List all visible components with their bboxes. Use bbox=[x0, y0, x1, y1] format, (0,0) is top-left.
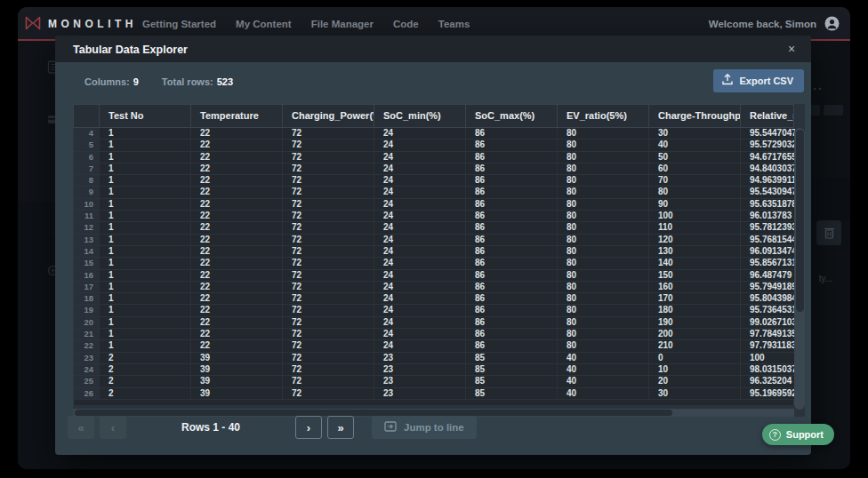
table-cell: 0 bbox=[648, 353, 740, 363]
jump-to-line-button[interactable]: Jump to line bbox=[372, 416, 477, 439]
table-cell: 100 bbox=[648, 211, 740, 221]
table-cell: 2 bbox=[99, 364, 190, 375]
table-cell: 80 bbox=[557, 187, 648, 197]
row-number: 11 bbox=[74, 211, 99, 221]
table-cell: 23 bbox=[374, 376, 465, 386]
table-cell: 96.0913474 bbox=[740, 246, 795, 257]
table-cell: 96.013783 bbox=[740, 211, 795, 221]
table-cell: 72 bbox=[282, 199, 374, 210]
table-cell: 23 bbox=[374, 364, 465, 375]
table-row[interactable]: 221227224868021097.7931183 bbox=[74, 340, 795, 352]
vertical-scrollbar-thumb[interactable] bbox=[796, 130, 804, 312]
table-cell: 86 bbox=[465, 222, 557, 233]
table-row[interactable]: 201227224868019099.0267103 bbox=[74, 317, 795, 329]
export-csv-button[interactable]: Export CSV bbox=[713, 69, 804, 92]
table-row[interactable]: 191227224868018095.7364531 bbox=[74, 305, 795, 316]
table-row[interactable]: 23239722385400100 bbox=[74, 353, 795, 364]
table-row[interactable]: 26239722385403095.1969592 bbox=[74, 388, 795, 400]
table-cell: 190 bbox=[648, 317, 740, 328]
table-cell: 1 bbox=[99, 317, 190, 328]
support-button[interactable]: ? Support bbox=[762, 424, 834, 445]
column-header: Relative_res bbox=[740, 105, 793, 127]
first-page-button[interactable]: « bbox=[68, 416, 94, 439]
table-row[interactable]: 7122722486806094.8403037 bbox=[74, 163, 795, 175]
nav-item-code[interactable]: Code bbox=[393, 19, 419, 29]
table-cell: 20 bbox=[648, 376, 740, 386]
table-cell: 1 bbox=[99, 211, 190, 221]
table-cell: 72 bbox=[282, 305, 374, 315]
table-cell: 80 bbox=[557, 282, 648, 292]
column-header: SoC_min(%) bbox=[374, 105, 465, 127]
column-header: Test No bbox=[99, 105, 190, 127]
table-cell: 22 bbox=[190, 175, 282, 186]
table-cell: 1 bbox=[99, 235, 190, 245]
table-cell: 40 bbox=[557, 388, 648, 399]
table-cell: 86 bbox=[465, 199, 557, 210]
vertical-scrollbar[interactable] bbox=[794, 128, 805, 410]
table-cell: 22 bbox=[190, 187, 282, 197]
table-row[interactable]: 6122722486805094.6717655 bbox=[74, 152, 795, 163]
table-cell: 80 bbox=[557, 305, 648, 315]
table-row[interactable]: 25239722385402096.325204 bbox=[74, 376, 795, 387]
table-row[interactable]: 161227224868015096.487479 bbox=[74, 270, 795, 282]
table-cell: 85 bbox=[465, 388, 557, 399]
row-number: 9 bbox=[74, 187, 99, 197]
table-cell: 86 bbox=[465, 293, 557, 304]
table-cell: 86 bbox=[465, 163, 557, 174]
horizontal-scrollbar-thumb[interactable] bbox=[75, 410, 672, 416]
table-cell: 72 bbox=[282, 270, 374, 281]
table-row[interactable]: 9122722486808095.5430947 bbox=[74, 187, 795, 198]
last-page-button[interactable]: » bbox=[327, 416, 354, 439]
table-cell: 72 bbox=[282, 293, 374, 304]
table-cell: 24 bbox=[374, 128, 465, 139]
table-row[interactable]: 4122722486803095.5447047 bbox=[74, 128, 795, 139]
table-cell: 40 bbox=[557, 376, 648, 386]
monolith-logo-icon[interactable] bbox=[25, 16, 41, 30]
previous-page-button[interactable]: ‹ bbox=[100, 416, 126, 439]
table-cell: 1 bbox=[99, 305, 190, 315]
table-cell: 95.6351878 bbox=[740, 199, 795, 210]
table-row[interactable]: 211227224868020097.7849135 bbox=[74, 329, 795, 340]
table-cell: 85 bbox=[465, 376, 557, 386]
table-cell: 72 bbox=[282, 152, 374, 163]
table-cell: 80 bbox=[648, 187, 740, 197]
table-row[interactable]: 151227224868014095.8567131 bbox=[74, 258, 795, 269]
nav-item-teams[interactable]: Teams bbox=[438, 19, 470, 29]
row-number: 26 bbox=[74, 388, 99, 399]
table-row[interactable]: 10122722486809095.6351878 bbox=[74, 199, 795, 211]
next-page-button[interactable]: › bbox=[295, 416, 322, 439]
table-cell: 22 bbox=[190, 329, 282, 339]
table-cell: 98.0315037 bbox=[740, 364, 795, 375]
row-number: 17 bbox=[74, 282, 99, 292]
table-cell: 95.8567131 bbox=[740, 258, 795, 268]
table-cell: 80 bbox=[557, 293, 648, 304]
table-row[interactable]: 171227224868016095.7949189 bbox=[74, 282, 795, 293]
user-avatar-icon[interactable] bbox=[824, 16, 840, 31]
table-cell: 24 bbox=[374, 175, 465, 186]
nav-item-my-content[interactable]: My Content bbox=[236, 19, 292, 29]
table-row[interactable]: 24239722385401098.0315037 bbox=[74, 364, 795, 376]
table-cell: 24 bbox=[374, 152, 465, 163]
table-row[interactable]: 141227224868013096.0913474 bbox=[74, 246, 795, 258]
column-header: EV_ratio(5%) bbox=[557, 105, 648, 127]
table-row[interactable]: 131227224868012095.7681544 bbox=[74, 235, 795, 246]
table-cell: 86 bbox=[465, 187, 557, 197]
table-cell: 95.7681544 bbox=[740, 235, 795, 245]
table-row[interactable]: 5122722486804095.5729032 bbox=[74, 139, 795, 151]
table-row[interactable]: 111227224868010096.013783 bbox=[74, 211, 795, 222]
table-row[interactable]: 181227224868017095.8043984 bbox=[74, 293, 795, 305]
table-cell: 86 bbox=[465, 282, 557, 292]
nav-item-file-manager[interactable]: File Manager bbox=[311, 19, 374, 29]
table-cell: 72 bbox=[282, 364, 374, 375]
table-cell: 24 bbox=[374, 199, 465, 210]
table-cell: 1 bbox=[99, 293, 190, 304]
table-cell: 72 bbox=[282, 376, 374, 386]
table-row[interactable]: 121227224868011095.7812393 bbox=[74, 222, 795, 234]
table-cell: 22 bbox=[190, 293, 282, 304]
table-row[interactable]: 8122722486807094.9639911 bbox=[74, 175, 795, 187]
welcome-text: Welcome back, Simon bbox=[709, 19, 816, 29]
close-icon[interactable]: × bbox=[783, 40, 800, 58]
nav-item-getting-started[interactable]: Getting Started bbox=[142, 19, 216, 29]
table-cell: 1 bbox=[99, 258, 190, 268]
data-table: Test NoTemperatureCharging_Power(W)SoC_m… bbox=[73, 104, 805, 417]
